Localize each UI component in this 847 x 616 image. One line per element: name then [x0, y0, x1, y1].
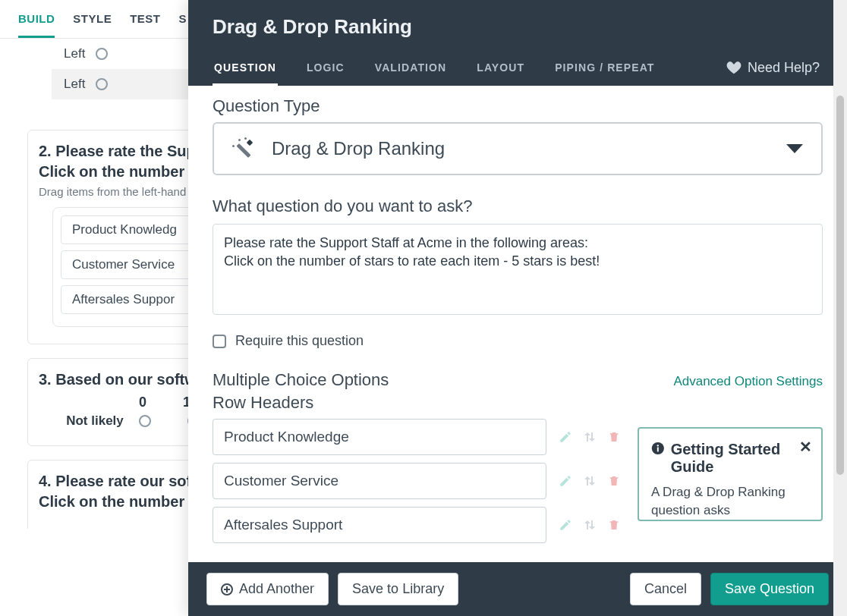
tab-validation[interactable]: VALIDATION [360, 49, 461, 86]
edit-question-panel: Drag & Drop Ranking QUESTION LOGIC VALID… [188, 0, 847, 616]
reorder-icon[interactable] [583, 429, 597, 445]
need-help-link[interactable]: Need Help? [726, 60, 836, 76]
delete-icon[interactable] [607, 517, 621, 533]
reorder-icon[interactable] [583, 473, 597, 489]
scale-num: 0 [139, 394, 146, 410]
scale-label-not-likely: Not likely [65, 413, 125, 429]
delete-icon[interactable] [607, 473, 621, 489]
row-header-input[interactable] [213, 419, 546, 455]
svg-rect-1 [657, 448, 659, 452]
multiple-choice-options-label: Multiple Choice Options [213, 370, 389, 390]
tab-style[interactable]: STYLE [73, 5, 112, 38]
cancel-label: Cancel [644, 581, 687, 597]
radio-icon[interactable] [96, 78, 108, 90]
chevron-down-icon [786, 144, 803, 153]
row-headers-label: Row Headers [213, 393, 823, 413]
radio-icon[interactable] [96, 48, 108, 60]
plus-icon [221, 583, 233, 596]
radio-label: Left [64, 46, 85, 61]
svg-point-2 [657, 445, 659, 446]
add-another-label: Add Another [239, 581, 314, 597]
require-label: Require this question [235, 333, 364, 349]
save-to-library-button[interactable]: Save to Library [338, 573, 458, 605]
radio-label: Left [64, 77, 85, 92]
add-another-button[interactable]: Add Another [206, 573, 329, 605]
tab-layout[interactable]: LAYOUT [461, 49, 540, 86]
need-help-label: Need Help? [748, 60, 820, 76]
wand-icon [232, 137, 255, 160]
panel-title: Drag & Drop Ranking [188, 0, 847, 49]
tab-build[interactable]: BUILD [18, 5, 55, 38]
tab-logic[interactable]: LOGIC [291, 49, 360, 86]
panel-body: Question Type Drag & Drop Ranking What q… [188, 86, 847, 562]
edit-icon[interactable] [559, 429, 572, 445]
tab-question[interactable]: QUESTION [199, 49, 291, 86]
require-checkbox-row[interactable]: Require this question [213, 333, 823, 349]
row-header-input[interactable] [213, 463, 546, 499]
question-type-value: Drag & Drop Ranking [272, 138, 445, 159]
cancel-button[interactable]: Cancel [630, 573, 701, 605]
edit-icon[interactable] [559, 517, 572, 533]
info-icon [651, 441, 665, 456]
save-to-library-label: Save to Library [352, 581, 444, 597]
question-type-select[interactable]: Drag & Drop Ranking [213, 122, 823, 175]
row-header-input[interactable] [213, 507, 546, 543]
panel-footer: Add Another Save to Library Cancel Save … [188, 562, 847, 616]
edit-icon[interactable] [559, 473, 572, 489]
checkbox-icon[interactable] [213, 335, 226, 348]
tab-test[interactable]: TEST [130, 5, 160, 38]
scrollbar-track[interactable] [833, 0, 847, 616]
question-text-input[interactable] [213, 224, 823, 315]
scrollbar-thumb[interactable] [836, 96, 844, 475]
tab-more[interactable]: S [179, 5, 187, 38]
panel-header: Drag & Drop Ranking QUESTION LOGIC VALID… [188, 0, 847, 86]
text: 3. Based on our [39, 371, 157, 388]
panel-tabs: QUESTION LOGIC VALIDATION LAYOUT PIPING … [188, 49, 847, 86]
delete-icon[interactable] [607, 429, 621, 445]
heart-icon [726, 61, 742, 74]
advanced-option-settings-link[interactable]: Advanced Option Settings [673, 374, 823, 389]
radio-icon[interactable] [139, 415, 151, 427]
getting-started-card: ✕ Getting Started Guide A Drag & Drop Ra… [638, 427, 823, 521]
question-text-label: What question do you want to ask? [213, 196, 823, 216]
save-question-button[interactable]: Save Question [710, 573, 829, 605]
close-icon[interactable]: ✕ [799, 438, 812, 456]
getting-started-title: Getting Started Guide [671, 441, 809, 476]
reorder-icon[interactable] [583, 517, 597, 533]
getting-started-body: A Drag & Drop Ranking question asks [651, 483, 809, 520]
tab-piping-repeat[interactable]: PIPING / REPEAT [540, 49, 669, 86]
question-type-label: Question Type [213, 96, 823, 116]
save-question-label: Save Question [725, 581, 814, 597]
